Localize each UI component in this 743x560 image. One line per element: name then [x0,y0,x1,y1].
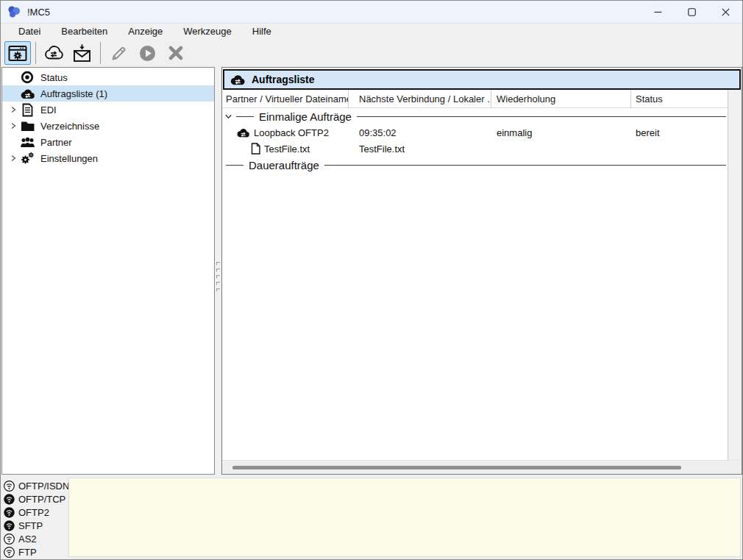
cloud-transfer-icon [230,74,246,85]
column-header-status[interactable]: Status [631,90,728,107]
partners-icon [19,137,35,148]
delete-cross-button [163,41,189,65]
cloud-transfer-icon [19,88,35,99]
column-header-wiederholung[interactable]: Wiederholung [491,90,631,107]
app-window-gear-button[interactable] [4,41,31,65]
document-icon [19,103,35,117]
window-title: !MC5 [27,7,50,18]
chevron-down-icon[interactable] [224,113,235,121]
table-row-testfile[interactable]: TestFile.txt TestFile.txt [222,141,728,157]
menu-hilfe[interactable]: Hilfe [242,24,282,40]
sidebar-item-einstellungen[interactable]: Einstellungen [2,150,214,166]
table-row-loopback[interactable]: Loopback OFTP2 09:35:02 einmalig bereit [222,124,728,141]
column-header-partner[interactable]: Partner / Virtueller Dateiname [222,90,349,107]
protocol-label: SFTP [18,520,43,531]
menu-bar: Datei Bearbeiten Anzeige Werkzeuge Hilfe [1,23,742,39]
sidebar-item-verzeichnisse[interactable]: Verzeichnisse [2,118,214,134]
status-target-icon [19,71,35,84]
group-label: Daueraufträge [243,159,324,171]
play-button [134,41,160,65]
protocol-oftp-isdn[interactable]: OFTP/ISDN [2,479,67,492]
sidebar-item-edi[interactable]: EDI [2,102,214,118]
sidebar-item-label: Partner [40,137,72,148]
maximize-button[interactable] [675,1,708,23]
wifi-icon [4,481,15,492]
cloud-transfer-button[interactable] [40,41,67,65]
horizontal-scrollbar[interactable] [222,460,742,474]
app-window: !MC5 Datei Bearbeiten Anzeige Werkzeuge … [0,0,743,560]
group-row-einmalige[interactable]: Einmalige Aufträge [222,108,728,124]
toolbar-separator [100,42,101,64]
sidebar-item-label: Status [40,72,68,83]
cell-next-connection: 09:35:02 [349,127,491,138]
chevron-right-icon[interactable] [7,122,19,130]
mail-receive-button[interactable] [69,41,96,65]
table-header-row: Partner / Virtueller Dateiname Nächste V… [222,90,728,108]
file-icon [251,143,260,155]
wifi-icon [4,547,15,558]
chevron-right-icon[interactable] [7,155,19,162]
wifi-icon [4,507,15,518]
group-row-dauerauftraege[interactable]: Daueraufträge [222,157,728,173]
log-area[interactable] [68,478,741,557]
play-icon [138,44,157,63]
toolbar [1,39,742,67]
sidebar-tree: Status Auftragsliste (1) [1,67,215,475]
app-logo-icon [7,5,21,18]
table-body: Einmalige Aufträge [222,108,728,173]
protocol-as2[interactable]: AS2 [2,532,67,545]
sidebar-item-label: Einstellungen [40,153,98,164]
wifi-icon [4,494,15,505]
folder-icon [19,121,35,132]
group-label: Einmalige Aufträge [254,110,357,123]
cell-wiederholung: einmalig [491,127,631,138]
menu-bearbeiten[interactable]: Bearbeiten [51,24,118,40]
protocol-label: FTP [18,547,37,558]
menu-werkzeuge[interactable]: Werkzeuge [173,24,242,40]
edit-pencil-icon [110,44,128,63]
panel-title: Auftragsliste [252,74,315,85]
sidebar-item-label: EDI [40,104,57,116]
splitter-grip [216,262,220,291]
window-controls [641,1,742,23]
chevron-right-icon[interactable] [7,106,19,113]
horizontal-scrollbar-thumb[interactable] [232,466,681,469]
cell-partner: TestFile.txt [264,143,310,155]
menu-anzeige[interactable]: Anzeige [118,24,173,40]
app-window-gear-icon [8,45,27,62]
sidebar-item-partner[interactable]: Partner [2,134,214,150]
protocol-oftp2[interactable]: OFTP2 [2,506,67,519]
sidebar-item-label: Auftragsliste (1) [40,88,107,99]
minimize-button[interactable] [641,1,675,23]
wifi-icon [4,534,15,545]
column-header-next-connection[interactable]: Nächste Verbindung / Lokaler ... [349,90,491,107]
protocol-oftp-tcp[interactable]: OFTP/TCP [2,492,67,506]
sidebar-item-auftragsliste[interactable]: Auftragsliste (1) [2,85,214,102]
title-bar: !MC5 [1,1,742,23]
protocol-label: OFTP/ISDN [18,481,69,492]
protocol-ftp[interactable]: FTP [2,545,67,559]
close-button[interactable] [708,1,742,23]
cell-status: bereit [631,127,728,138]
mail-receive-icon [73,44,92,63]
cloud-transfer-icon [43,44,65,62]
panel-header: Auftragsliste [223,69,741,90]
cell-partner: Loopback OFTP2 [254,127,329,138]
auftragsliste-panel: Auftragsliste Partner / Virtueller Datei… [221,67,742,475]
protocol-list: OFTP/ISDN OFTP/TCP [2,479,67,559]
sidebar-item-status[interactable]: Status [2,69,214,85]
toolbar-separator [35,42,36,64]
protocol-label: OFTP2 [18,507,49,518]
sidebar-splitter[interactable] [216,67,221,475]
menu-datei[interactable]: Datei [8,24,51,40]
edit-pencil-button [105,41,132,65]
cloud-transfer-icon [236,128,250,138]
wifi-icon [4,520,15,531]
sidebar-item-label: Verzeichnisse [40,121,99,132]
protocol-label: OFTP/TCP [18,494,65,505]
vertical-scrollbar[interactable] [728,90,742,461]
protocol-label: AS2 [18,534,37,545]
cell-next-connection: TestFile.txt [349,143,491,155]
protocol-sftp[interactable]: SFTP [2,519,67,532]
gears-icon [19,152,35,165]
